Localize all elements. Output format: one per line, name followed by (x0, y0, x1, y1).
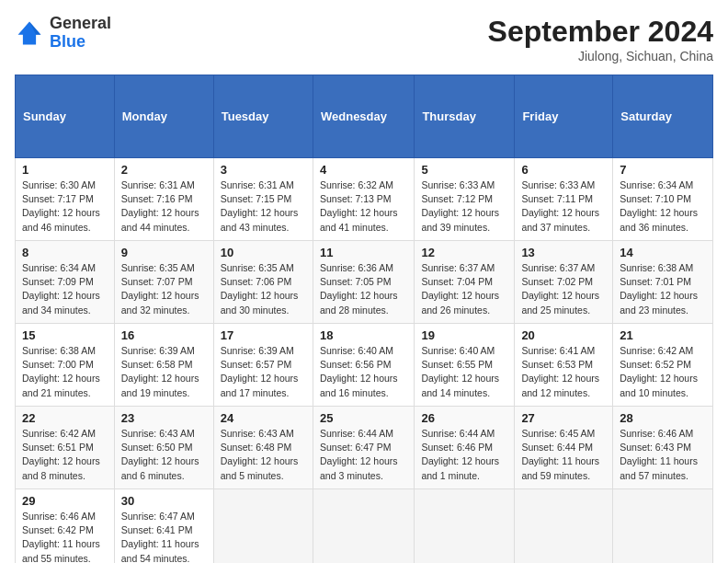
calendar-cell: 21Sunrise: 6:42 AMSunset: 6:52 PMDayligh… (613, 324, 713, 407)
cell-text: Sunrise: 6:35 AMSunset: 7:07 PMDaylight:… (121, 261, 207, 317)
cell-text: Sunrise: 6:42 AMSunset: 6:51 PMDaylight:… (22, 427, 108, 483)
calendar-cell: 25Sunrise: 6:44 AMSunset: 6:47 PMDayligh… (313, 407, 414, 489)
calendar-cell: 3Sunrise: 6:31 AMSunset: 7:15 PMDaylight… (213, 158, 313, 241)
cell-text: Sunrise: 6:39 AMSunset: 6:58 PMDaylight:… (121, 344, 207, 400)
cell-text: Sunrise: 6:41 AMSunset: 6:53 PMDaylight:… (521, 344, 606, 400)
cell-text: Sunrise: 6:45 AMSunset: 6:44 PMDaylight:… (521, 427, 606, 483)
day-number: 17 (221, 328, 306, 342)
cell-text: Sunrise: 6:31 AMSunset: 7:16 PMDaylight:… (121, 178, 207, 235)
cell-text: Sunrise: 6:32 AMSunset: 7:13 PMDaylight:… (320, 178, 407, 235)
calendar-cell: 9Sunrise: 6:35 AMSunset: 7:07 PMDaylight… (114, 241, 213, 324)
day-number: 10 (221, 246, 306, 259)
cell-text: Sunrise: 6:46 AMSunset: 6:42 PMDaylight:… (22, 510, 108, 563)
calendar-cell (515, 489, 613, 564)
cell-text: Sunrise: 6:40 AMSunset: 6:55 PMDaylight:… (421, 344, 507, 400)
cell-text: Sunrise: 6:34 AMSunset: 7:10 PMDaylight:… (620, 178, 706, 235)
cell-text: Sunrise: 6:30 AMSunset: 7:17 PMDaylight:… (22, 178, 108, 235)
day-number: 29 (22, 494, 108, 508)
calendar-cell: 18Sunrise: 6:40 AMSunset: 6:56 PMDayligh… (313, 324, 414, 407)
page-header: General Blue September 2024 Jiulong, Sic… (15, 15, 713, 63)
calendar-cell (213, 489, 313, 564)
calendar-cell: 16Sunrise: 6:39 AMSunset: 6:58 PMDayligh… (114, 324, 213, 407)
col-header-friday: Friday (515, 75, 613, 158)
calendar-table: SundayMondayTuesdayWednesdayThursdayFrid… (15, 75, 713, 563)
calendar-cell: 1Sunrise: 6:30 AMSunset: 7:17 PMDaylight… (16, 158, 115, 241)
calendar-cell: 26Sunrise: 6:44 AMSunset: 6:46 PMDayligh… (415, 407, 515, 489)
col-header-monday: Monday (114, 75, 213, 158)
col-header-wednesday: Wednesday (313, 75, 414, 158)
day-number: 21 (620, 328, 706, 342)
logo-text: General Blue (50, 15, 111, 52)
calendar-cell: 2Sunrise: 6:31 AMSunset: 7:16 PMDaylight… (114, 158, 213, 241)
calendar-cell: 23Sunrise: 6:43 AMSunset: 6:50 PMDayligh… (114, 407, 213, 489)
cell-text: Sunrise: 6:42 AMSunset: 6:52 PMDaylight:… (620, 344, 706, 400)
calendar-cell: 6Sunrise: 6:33 AMSunset: 7:11 PMDaylight… (515, 158, 613, 241)
location: Jiulong, Sichuan, China (488, 49, 713, 63)
calendar-cell: 17Sunrise: 6:39 AMSunset: 6:57 PMDayligh… (213, 324, 313, 407)
cell-text: Sunrise: 6:43 AMSunset: 6:48 PMDaylight:… (221, 427, 306, 483)
cell-text: Sunrise: 6:43 AMSunset: 6:50 PMDaylight:… (121, 427, 207, 483)
cell-text: Sunrise: 6:44 AMSunset: 6:46 PMDaylight:… (421, 427, 507, 483)
day-number: 11 (320, 246, 407, 259)
col-header-sunday: Sunday (16, 75, 115, 158)
calendar-cell: 29Sunrise: 6:46 AMSunset: 6:42 PMDayligh… (16, 489, 115, 564)
day-number: 30 (121, 494, 207, 508)
day-number: 3 (221, 163, 306, 177)
calendar-cell: 5Sunrise: 6:33 AMSunset: 7:12 PMDaylight… (415, 158, 515, 241)
calendar-cell: 22Sunrise: 6:42 AMSunset: 6:51 PMDayligh… (16, 407, 115, 489)
calendar-cell: 13Sunrise: 6:37 AMSunset: 7:02 PMDayligh… (515, 241, 613, 324)
calendar-cell: 7Sunrise: 6:34 AMSunset: 7:10 PMDaylight… (613, 158, 713, 241)
col-header-saturday: Saturday (613, 75, 713, 158)
calendar-cell: 8Sunrise: 6:34 AMSunset: 7:09 PMDaylight… (16, 241, 115, 324)
cell-text: Sunrise: 6:34 AMSunset: 7:09 PMDaylight:… (22, 261, 108, 317)
calendar-cell: 28Sunrise: 6:46 AMSunset: 6:43 PMDayligh… (613, 407, 713, 489)
calendar-cell: 14Sunrise: 6:38 AMSunset: 7:01 PMDayligh… (613, 241, 713, 324)
day-number: 14 (620, 246, 706, 259)
cell-text: Sunrise: 6:40 AMSunset: 6:56 PMDaylight:… (320, 344, 407, 400)
title-block: September 2024 Jiulong, Sichuan, China (488, 15, 713, 63)
day-number: 2 (121, 163, 207, 177)
month-year: September 2024 (488, 15, 713, 49)
calendar-cell: 20Sunrise: 6:41 AMSunset: 6:53 PMDayligh… (515, 324, 613, 407)
calendar-cell: 19Sunrise: 6:40 AMSunset: 6:55 PMDayligh… (415, 324, 515, 407)
day-number: 7 (620, 163, 706, 177)
day-number: 22 (22, 411, 108, 425)
cell-text: Sunrise: 6:38 AMSunset: 7:01 PMDaylight:… (620, 261, 706, 317)
day-number: 1 (22, 163, 108, 177)
cell-text: Sunrise: 6:37 AMSunset: 7:02 PMDaylight:… (521, 261, 606, 317)
day-number: 28 (620, 411, 706, 425)
cell-text: Sunrise: 6:36 AMSunset: 7:05 PMDaylight:… (320, 261, 407, 317)
day-number: 13 (521, 246, 606, 259)
calendar-cell: 10Sunrise: 6:35 AMSunset: 7:06 PMDayligh… (213, 241, 313, 324)
calendar-cell: 4Sunrise: 6:32 AMSunset: 7:13 PMDaylight… (313, 158, 414, 241)
day-number: 16 (121, 328, 207, 342)
cell-text: Sunrise: 6:46 AMSunset: 6:43 PMDaylight:… (620, 427, 706, 483)
calendar-cell: 15Sunrise: 6:38 AMSunset: 7:00 PMDayligh… (16, 324, 115, 407)
cell-text: Sunrise: 6:47 AMSunset: 6:41 PMDaylight:… (121, 510, 207, 563)
day-number: 20 (521, 328, 606, 342)
day-number: 27 (521, 411, 606, 425)
cell-text: Sunrise: 6:38 AMSunset: 7:00 PMDaylight:… (22, 344, 108, 400)
calendar-cell: 24Sunrise: 6:43 AMSunset: 6:48 PMDayligh… (213, 407, 313, 489)
day-number: 15 (22, 328, 108, 342)
day-number: 5 (421, 163, 507, 177)
day-number: 25 (320, 411, 407, 425)
cell-text: Sunrise: 6:33 AMSunset: 7:12 PMDaylight:… (421, 178, 507, 235)
day-number: 23 (121, 411, 207, 425)
day-number: 9 (121, 246, 207, 259)
cell-text: Sunrise: 6:39 AMSunset: 6:57 PMDaylight:… (221, 344, 306, 400)
calendar-cell (313, 489, 414, 564)
calendar-cell: 27Sunrise: 6:45 AMSunset: 6:44 PMDayligh… (515, 407, 613, 489)
cell-text: Sunrise: 6:31 AMSunset: 7:15 PMDaylight:… (221, 178, 306, 235)
day-number: 24 (221, 411, 306, 425)
cell-text: Sunrise: 6:35 AMSunset: 7:06 PMDaylight:… (221, 261, 306, 317)
cell-text: Sunrise: 6:33 AMSunset: 7:11 PMDaylight:… (521, 178, 606, 235)
day-number: 12 (421, 246, 507, 259)
logo: General Blue (15, 15, 111, 52)
col-header-thursday: Thursday (415, 75, 515, 158)
logo-icon (15, 18, 44, 48)
day-number: 4 (320, 163, 407, 177)
calendar-cell: 12Sunrise: 6:37 AMSunset: 7:04 PMDayligh… (415, 241, 515, 324)
cell-text: Sunrise: 6:37 AMSunset: 7:04 PMDaylight:… (421, 261, 507, 317)
day-number: 26 (421, 411, 507, 425)
